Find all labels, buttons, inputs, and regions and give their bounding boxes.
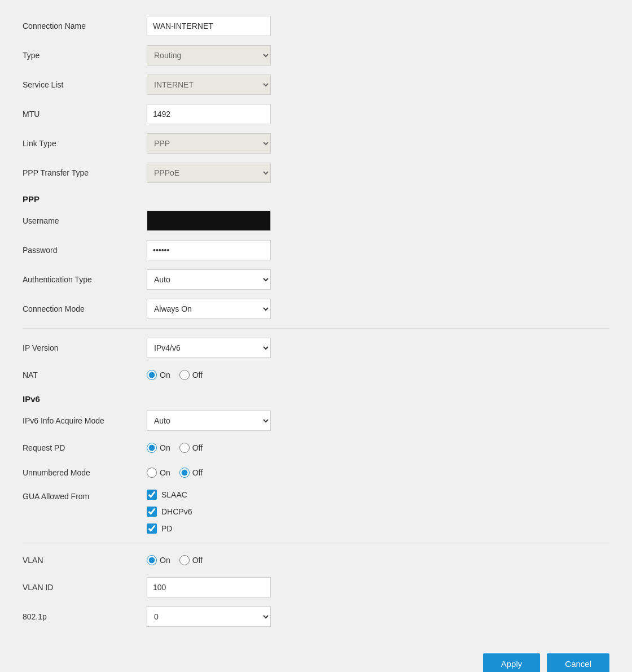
unnumbered-on-radio[interactable] <box>147 468 157 478</box>
vlan-id-control <box>147 577 271 597</box>
unnumbered-radio-group: On Off <box>147 468 203 478</box>
request-pd-off-radio[interactable] <box>179 443 190 453</box>
connection-mode-label: Connection Mode <box>23 304 147 313</box>
nat-off-label[interactable]: Off <box>179 370 203 380</box>
connection-name-control: WAN-INTERNET <box>147 16 271 36</box>
nat-on-label[interactable]: On <box>147 370 170 380</box>
username-control <box>147 211 271 231</box>
gua-slaac-label[interactable]: SLAAC <box>147 490 192 500</box>
vlan-radio-group: On Off <box>147 555 203 565</box>
unnumbered-mode-row: Unnumbered Mode On Off <box>23 460 609 485</box>
connection-mode-row: Connection Mode Always On On Demand Manu… <box>23 294 609 324</box>
vlan-on-label[interactable]: On <box>147 555 170 565</box>
vlan-id-row: VLAN ID <box>23 573 609 602</box>
dot1p-control: 0 1 2 3 4 5 6 7 <box>147 606 271 627</box>
nat-row: NAT On Off <box>23 363 609 387</box>
ipv6-acquire-select[interactable]: Auto DHCPv6 SLAAC <box>147 411 271 431</box>
username-row: Username <box>23 206 609 235</box>
connection-name-label: Connection Name <box>23 21 147 30</box>
mtu-input[interactable] <box>147 104 271 124</box>
gua-dhcpv6-label[interactable]: DHCPv6 <box>147 507 192 517</box>
request-pd-off-text: Off <box>192 443 203 452</box>
ppp-section-header: PPP <box>23 187 609 206</box>
gua-slaac-text: SLAAC <box>161 490 187 499</box>
ipv6-acquire-label: IPv6 Info Acquire Mode <box>23 416 147 425</box>
dot1p-select[interactable]: 0 1 2 3 4 5 6 7 <box>147 606 271 627</box>
mtu-control <box>147 104 271 124</box>
auth-type-row: Authentication Type Auto PAP CHAP <box>23 265 609 294</box>
separator-2 <box>23 543 609 543</box>
vlan-id-label: VLAN ID <box>23 583 147 592</box>
unnumbered-off-radio[interactable] <box>179 468 190 478</box>
connection-mode-select[interactable]: Always On On Demand Manual <box>147 299 271 319</box>
gua-allowed-label: GUA Allowed From <box>23 490 147 501</box>
service-list-control: INTERNET <box>147 75 271 95</box>
ip-version-label: IP Version <box>23 343 147 352</box>
nat-off-text: Off <box>192 370 203 379</box>
gua-row: GUA Allowed From SLAAC DHCPv6 PD <box>23 485 609 538</box>
auth-type-control: Auto PAP CHAP <box>147 269 271 290</box>
unnumbered-on-text: On <box>160 468 170 477</box>
gua-dhcpv6-text: DHCPv6 <box>161 507 192 516</box>
service-list-label: Service List <box>23 80 147 89</box>
password-label: Password <box>23 246 147 255</box>
nat-off-radio[interactable] <box>179 370 190 380</box>
ipv6-section-header: IPv6 <box>23 387 609 406</box>
ppp-transfer-type-select[interactable]: PPPoE <box>147 163 271 183</box>
cancel-button[interactable]: Cancel <box>547 653 609 672</box>
unnumbered-mode-label: Unnumbered Mode <box>23 468 147 477</box>
password-input[interactable] <box>147 240 271 260</box>
vlan-off-radio[interactable] <box>179 555 190 565</box>
footer-buttons: Apply Cancel <box>483 653 609 672</box>
request-pd-on-radio[interactable] <box>147 443 157 453</box>
type-select[interactable]: Routing <box>147 45 271 66</box>
auth-type-label: Authentication Type <box>23 275 147 284</box>
link-type-row: Link Type PPP <box>23 129 609 158</box>
request-pd-label: Request PD <box>23 443 147 452</box>
gua-slaac-checkbox[interactable] <box>147 490 157 500</box>
vlan-id-input[interactable] <box>147 577 271 597</box>
nat-on-text: On <box>160 370 170 379</box>
gua-pd-label[interactable]: PD <box>147 523 192 534</box>
request-pd-on-text: On <box>160 443 170 452</box>
link-type-control: PPP <box>147 133 271 154</box>
vlan-off-text: Off <box>192 556 203 565</box>
gua-dhcpv6-checkbox[interactable] <box>147 507 157 517</box>
dot1p-label: 802.1p <box>23 612 147 621</box>
ppp-transfer-type-row: PPP Transfer Type PPPoE <box>23 158 609 187</box>
gua-pd-checkbox[interactable] <box>147 523 157 534</box>
ppp-transfer-type-label: PPP Transfer Type <box>23 168 147 177</box>
ip-version-select[interactable]: IPv4/v6 IPv4 IPv6 <box>147 338 271 358</box>
service-list-select[interactable]: INTERNET <box>147 75 271 95</box>
request-pd-row: Request PD On Off <box>23 435 609 460</box>
vlan-on-text: On <box>160 556 170 565</box>
link-type-select[interactable]: PPP <box>147 133 271 154</box>
connection-name-input[interactable]: WAN-INTERNET <box>147 16 271 36</box>
ppp-transfer-type-control: PPPoE <box>147 163 271 183</box>
service-list-row: Service List INTERNET <box>23 70 609 99</box>
unnumbered-off-label[interactable]: Off <box>179 468 203 478</box>
apply-button[interactable]: Apply <box>483 653 541 672</box>
gua-checkboxes: SLAAC DHCPv6 PD <box>147 490 192 534</box>
request-pd-on-label[interactable]: On <box>147 443 170 453</box>
type-label: Type <box>23 51 147 60</box>
dot1p-row: 802.1p 0 1 2 3 4 5 6 7 <box>23 602 609 631</box>
vlan-on-radio[interactable] <box>147 555 157 565</box>
form-container: Connection Name WAN-INTERNET Type Routin… <box>0 0 632 672</box>
request-pd-radio-group: On Off <box>147 443 203 453</box>
nat-on-radio[interactable] <box>147 370 157 380</box>
vlan-off-label[interactable]: Off <box>179 555 203 565</box>
request-pd-off-label[interactable]: Off <box>179 443 203 453</box>
password-control <box>147 240 271 260</box>
vlan-label: VLAN <box>23 556 147 565</box>
auth-type-select[interactable]: Auto PAP CHAP <box>147 269 271 290</box>
unnumbered-on-label[interactable]: On <box>147 468 170 478</box>
type-control: Routing <box>147 45 271 66</box>
ipv6-acquire-row: IPv6 Info Acquire Mode Auto DHCPv6 SLAAC <box>23 406 609 435</box>
username-label: Username <box>23 216 147 225</box>
connection-mode-control: Always On On Demand Manual <box>147 299 271 319</box>
type-row: Type Routing <box>23 41 609 70</box>
ip-version-row: IP Version IPv4/v6 IPv4 IPv6 <box>23 333 609 363</box>
nat-label: NAT <box>23 370 147 379</box>
connection-name-row: Connection Name WAN-INTERNET <box>23 11 609 41</box>
